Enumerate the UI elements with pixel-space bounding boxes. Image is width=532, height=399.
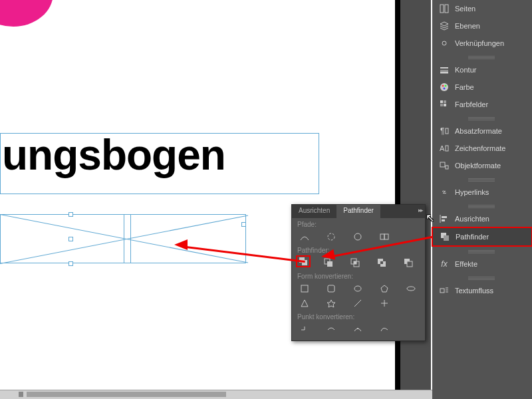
textwrap-icon <box>439 285 450 296</box>
panel-fx[interactable]: fxEffekte <box>432 255 532 273</box>
text-frame[interactable]: ungsbogen <box>0 133 319 194</box>
path-open-icon[interactable] <box>324 231 338 243</box>
selection-handle[interactable] <box>241 222 246 227</box>
point-asym-icon[interactable] <box>377 323 392 335</box>
svg-rect-20 <box>442 216 447 218</box>
svg-point-6 <box>442 85 444 87</box>
section-convert-point-label: Punkt konvertieren: <box>292 311 425 322</box>
swatches-icon <box>439 99 450 110</box>
panel-pages[interactable]: Seiten <box>432 0 532 17</box>
svg-rect-38 <box>354 261 356 264</box>
h-scrollbar[interactable] <box>0 390 432 399</box>
panel-swatches[interactable]: Farbfelder <box>432 96 532 113</box>
svg-rect-18 <box>446 166 448 169</box>
panel-hyperlink[interactable]: Hyperlinks <box>432 184 532 201</box>
pathfinder-panel[interactable]: Ausrichten Pathfinder ▸▸ Pfade: Pathfind… <box>291 204 426 341</box>
shape-triangle-icon[interactable] <box>297 297 312 309</box>
svg-rect-1 <box>445 5 448 13</box>
svg-rect-10 <box>444 100 446 103</box>
shape-oval-icon[interactable] <box>404 283 418 295</box>
links-icon <box>439 38 450 49</box>
fx-icon: fx <box>439 259 450 269</box>
headline-text: ungsbogen <box>1 134 319 176</box>
section-convert-shape-label: Form konvertieren: <box>292 270 425 281</box>
panel-label: Ausrichten <box>455 215 489 223</box>
panel-align[interactable]: Ausrichten <box>432 210 532 227</box>
selection-handle[interactable] <box>68 237 73 241</box>
panel-label: Ebenen <box>455 22 480 30</box>
pathfinder-intersect-icon[interactable] <box>348 257 362 269</box>
shape-polygon-icon[interactable] <box>377 283 392 295</box>
panel-label: Effekte <box>455 260 477 268</box>
selection-handle[interactable] <box>68 261 73 266</box>
panel-stroke[interactable]: Kontur <box>432 61 532 78</box>
section-paths-label: Pfade: <box>292 218 425 229</box>
svg-marker-46 <box>381 285 388 292</box>
shape-cross-icon[interactable] <box>377 297 392 309</box>
panel-label: Seiten <box>455 5 475 13</box>
frame-divider <box>130 214 131 263</box>
layers-icon <box>439 21 450 31</box>
shape-star-icon[interactable] <box>324 297 338 309</box>
point-corner-icon[interactable] <box>297 323 312 335</box>
svg-rect-31 <box>384 234 388 239</box>
shape-ellipse-icon[interactable] <box>350 283 365 295</box>
svg-line-50 <box>354 300 361 307</box>
panel-label: Absatzformate <box>455 127 502 135</box>
path-join-icon[interactable] <box>297 231 312 243</box>
panel-layers[interactable]: Ebenen <box>432 17 532 35</box>
panel-textwrap[interactable]: Textumfluss <box>432 282 532 299</box>
svg-rect-11 <box>440 104 443 106</box>
annotation-arrowhead <box>169 239 188 250</box>
svg-point-8 <box>444 88 446 90</box>
panel-label: Objektformate <box>455 162 501 170</box>
panel-pathfinder[interactable]: Pathfinder <box>432 227 532 247</box>
svg-rect-23 <box>444 235 449 241</box>
path-close-icon[interactable] <box>350 231 365 243</box>
tab-ausrichten[interactable]: Ausrichten <box>292 205 336 218</box>
pathfinder-exclude-icon[interactable] <box>374 257 389 269</box>
panel-obj-style[interactable]: Objektformate <box>432 157 532 174</box>
svg-marker-48 <box>301 300 308 307</box>
panel-char-style[interactable]: AZeichenformate <box>432 140 532 157</box>
tab-pathfinder[interactable]: Pathfinder <box>336 205 380 218</box>
panel-links[interactable]: Verknüpfungen <box>432 35 532 52</box>
panels-sidebar: SeitenEbenenVerknüpfungenKonturFarbeFarb… <box>432 0 532 399</box>
panel-para-style[interactable]: ¶Absatzformate <box>432 122 532 140</box>
svg-rect-24 <box>440 289 444 293</box>
svg-point-53 <box>357 328 358 329</box>
selection-handle[interactable] <box>68 212 73 217</box>
para-style-icon: ¶ <box>439 126 450 136</box>
svg-rect-17 <box>440 162 445 167</box>
panel-label: Zeichenformate <box>455 144 505 152</box>
shape-line-icon[interactable] <box>350 297 365 309</box>
svg-rect-16 <box>446 146 448 151</box>
point-sym-icon[interactable] <box>350 323 365 335</box>
svg-text:¶: ¶ <box>440 126 444 136</box>
panel-label: Farbfelder <box>455 100 488 108</box>
panel-label: Kontur <box>455 66 476 74</box>
shape-rounded-icon[interactable] <box>324 283 338 295</box>
panel-color[interactable]: Farbe <box>432 78 532 96</box>
panel-label: Farbe <box>455 83 474 91</box>
svg-point-29 <box>354 233 361 240</box>
color-icon <box>439 82 450 92</box>
path-reverse-icon[interactable] <box>377 231 392 243</box>
svg-point-28 <box>328 233 334 240</box>
char-style-icon: A <box>439 143 450 154</box>
svg-point-47 <box>407 287 415 291</box>
svg-rect-44 <box>328 285 334 292</box>
svg-rect-41 <box>380 261 383 264</box>
pathfinder-minus-back-icon[interactable] <box>401 257 416 269</box>
svg-rect-21 <box>442 219 445 221</box>
panel-collapse-icon[interactable]: ▸▸ <box>418 207 422 213</box>
stroke-icon <box>439 65 450 75</box>
panel-label: Textumfluss <box>455 287 493 295</box>
point-smooth-icon[interactable] <box>324 323 338 335</box>
svg-rect-12 <box>444 104 446 106</box>
svg-point-7 <box>445 85 447 87</box>
hyperlink-icon <box>439 187 450 198</box>
panel-tabs: Ausrichten Pathfinder ▸▸ <box>292 205 425 218</box>
svg-rect-42 <box>407 261 412 267</box>
shape-rect-icon[interactable] <box>297 283 312 295</box>
